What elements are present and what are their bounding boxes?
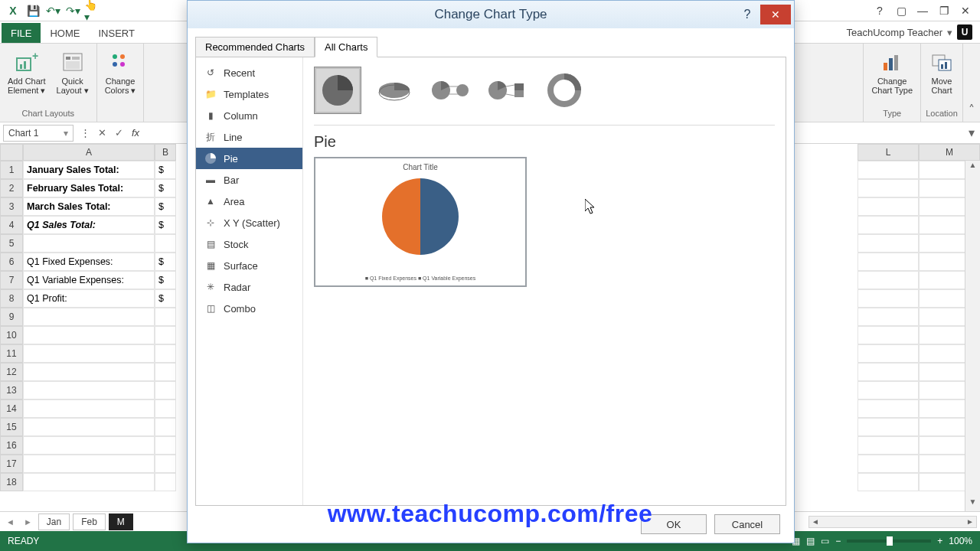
dialog-title-bar[interactable]: Change Chart Type ? ✕ (188, 1, 794, 28)
row-header[interactable]: 13 (0, 381, 23, 399)
excel-icon[interactable]: X (5, 2, 21, 19)
cell[interactable]: March Sales Total: (23, 197, 155, 216)
category-recent[interactable]: ↺Recent (196, 62, 302, 83)
cell[interactable] (858, 179, 919, 197)
subtype-bar-of-pie[interactable] (484, 67, 531, 114)
row-header[interactable]: 14 (0, 399, 23, 418)
row-header[interactable]: 7 (0, 271, 23, 289)
row-header[interactable]: 3 (0, 197, 23, 216)
ribbon-display-icon[interactable]: ▢ (891, 2, 911, 19)
cell[interactable] (858, 271, 919, 289)
cell[interactable] (858, 161, 919, 179)
row-header[interactable]: 10 (0, 326, 23, 344)
row-header[interactable]: 18 (0, 473, 23, 491)
cell[interactable] (155, 418, 176, 436)
cell[interactable]: $ (155, 197, 176, 216)
minimize-icon[interactable]: — (913, 2, 933, 19)
chart-preview[interactable]: Chart Title ■ Q1 Fixed Expenses ■ Q1 Var… (314, 157, 527, 287)
category-line[interactable]: 折Line (196, 126, 302, 148)
cell[interactable]: Q1 Fixed Expenses: (23, 253, 155, 271)
cell[interactable] (858, 455, 919, 473)
restore-icon[interactable]: ❐ (934, 2, 954, 19)
cell[interactable] (858, 234, 919, 253)
tab-all-charts[interactable]: All Charts (315, 37, 377, 57)
subtype-pie[interactable] (314, 67, 361, 114)
enter-formula-icon[interactable]: ✓ (110, 125, 127, 142)
cell[interactable] (155, 308, 176, 326)
tab-nav-prev-icon[interactable]: ◄ (3, 517, 18, 527)
cell[interactable] (155, 455, 176, 473)
cell[interactable] (858, 308, 919, 326)
cell[interactable]: January Sales Total: (23, 161, 155, 179)
category-area[interactable]: ▲Area (196, 191, 302, 212)
cell[interactable] (155, 436, 176, 455)
cell[interactable]: Q1 Sales Total: (23, 216, 155, 234)
category-surface[interactable]: ▦Surface (196, 255, 302, 276)
row-header[interactable]: 8 (0, 289, 23, 308)
cell[interactable] (858, 473, 919, 491)
cell[interactable] (155, 381, 176, 399)
name-box[interactable]: Chart 1▾ (3, 125, 74, 142)
scroll-down-icon[interactable]: ▼ (969, 497, 977, 511)
change-colors-button[interactable]: ChangeColors ▾ (102, 47, 139, 98)
cell[interactable] (23, 455, 155, 473)
row-header[interactable]: 9 (0, 308, 23, 326)
zoom-slider[interactable] (847, 540, 931, 543)
cancel-button[interactable]: Cancel (714, 514, 780, 534)
subtype-3d-pie[interactable] (371, 67, 418, 114)
cell[interactable]: $ (155, 271, 176, 289)
cell[interactable] (858, 381, 919, 399)
horizontal-scrollbar[interactable]: ◄ ► (808, 516, 977, 528)
category-combo[interactable]: ◫Combo (196, 298, 302, 319)
cell[interactable]: $ (155, 253, 176, 271)
row-header[interactable]: 5 (0, 234, 23, 253)
col-header-m[interactable]: M (919, 144, 980, 161)
col-header-a[interactable]: A (23, 144, 155, 161)
category-templates[interactable]: 📁Templates (196, 83, 302, 105)
cell[interactable] (858, 197, 919, 216)
cell[interactable] (23, 308, 155, 326)
cell[interactable]: $ (155, 216, 176, 234)
row-header[interactable]: 11 (0, 344, 23, 363)
row-header[interactable]: 4 (0, 216, 23, 234)
tab-home[interactable]: HOME (41, 23, 89, 43)
cell[interactable] (858, 253, 919, 271)
undo-icon[interactable]: ↶▾ (44, 2, 61, 19)
cell[interactable] (23, 363, 155, 381)
tab-nav-next-icon[interactable]: ► (21, 517, 35, 527)
cell[interactable]: $ (155, 179, 176, 197)
category-column[interactable]: ▮Column (196, 105, 302, 126)
row-header[interactable]: 17 (0, 455, 23, 473)
category-stock[interactable]: ▤Stock (196, 233, 302, 255)
cell[interactable]: $ (155, 161, 176, 179)
cell[interactable] (23, 326, 155, 344)
category-radar[interactable]: ✳Radar (196, 276, 302, 298)
row-header[interactable]: 15 (0, 418, 23, 436)
cell[interactable] (23, 381, 155, 399)
cell[interactable] (23, 473, 155, 491)
view-page-break-icon[interactable]: ▭ (821, 536, 829, 546)
category-x-y-scatter-[interactable]: ⊹X Y (Scatter) (196, 212, 302, 233)
close-window-icon[interactable]: ✕ (956, 2, 975, 19)
cell[interactable] (858, 344, 919, 363)
cell[interactable] (858, 418, 919, 436)
subtype-doughnut[interactable] (541, 67, 588, 114)
tab-recommended-charts[interactable]: Recommended Charts (195, 37, 315, 57)
vertical-scrollbar[interactable]: ▲ ▼ (965, 161, 980, 511)
file-tab[interactable]: FILE (2, 23, 41, 43)
category-bar[interactable]: ▬Bar (196, 169, 302, 191)
cell[interactable] (858, 436, 919, 455)
cell[interactable] (155, 399, 176, 418)
collapse-ribbon-icon[interactable]: ˄ (963, 44, 980, 122)
save-icon[interactable]: 💾 (24, 2, 41, 19)
cell[interactable]: Q1 Variable Expenses: (23, 271, 155, 289)
scroll-right-icon[interactable]: ► (964, 517, 976, 526)
dialog-close-icon[interactable]: ✕ (760, 5, 791, 24)
cell[interactable] (858, 399, 919, 418)
tab-insert[interactable]: INSERT (89, 23, 143, 43)
row-header[interactable]: 16 (0, 436, 23, 455)
cell[interactable] (23, 234, 155, 253)
row-header[interactable]: 1 (0, 161, 23, 179)
ok-button[interactable]: OK (641, 514, 707, 534)
row-header[interactable]: 2 (0, 179, 23, 197)
